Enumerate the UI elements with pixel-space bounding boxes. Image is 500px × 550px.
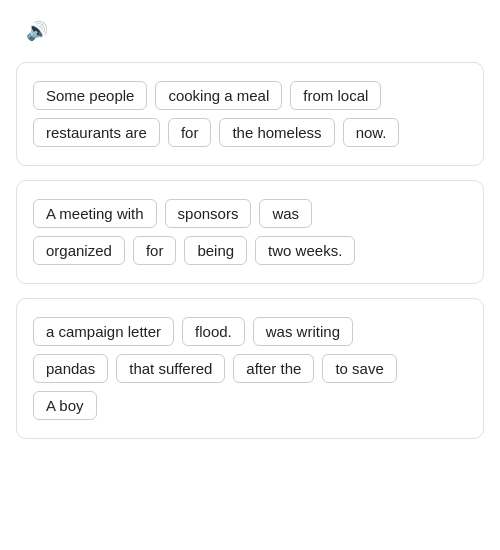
speaker-icon[interactable]: 🔊 — [26, 20, 48, 42]
exercise-block-1: Some peoplecooking a mealfrom localresta… — [16, 62, 484, 166]
word-row-1-1: Some peoplecooking a mealfrom local — [33, 81, 467, 110]
word-chip[interactable]: was — [259, 199, 312, 228]
word-row-2-1: A meeting withsponsorswas — [33, 199, 467, 228]
word-chip[interactable]: from local — [290, 81, 381, 110]
exercise-block-3: a campaign letterflood.was writingpandas… — [16, 298, 484, 439]
word-chip[interactable]: cooking a meal — [155, 81, 282, 110]
page-header: 🔊 — [16, 20, 484, 42]
word-chip[interactable]: A meeting with — [33, 199, 157, 228]
word-chip[interactable]: restaurants are — [33, 118, 160, 147]
word-chip[interactable]: after the — [233, 354, 314, 383]
word-chip[interactable]: that suffered — [116, 354, 225, 383]
word-row-3-1: a campaign letterflood.was writing — [33, 317, 467, 346]
word-chip[interactable]: organized — [33, 236, 125, 265]
word-chip[interactable]: flood. — [182, 317, 245, 346]
word-chip[interactable]: being — [184, 236, 247, 265]
word-chip[interactable]: pandas — [33, 354, 108, 383]
word-chip[interactable]: A boy — [33, 391, 97, 420]
word-chip[interactable]: was writing — [253, 317, 353, 346]
word-chip[interactable]: a campaign letter — [33, 317, 174, 346]
word-chip[interactable]: the homeless — [219, 118, 334, 147]
word-chip[interactable]: for — [168, 118, 212, 147]
word-chip[interactable]: for — [133, 236, 177, 265]
word-row-1-2: restaurants areforthe homelessnow. — [33, 118, 467, 147]
word-row-2-2: organizedforbeingtwo weeks. — [33, 236, 467, 265]
word-chip[interactable]: Some people — [33, 81, 147, 110]
word-chip[interactable]: two weeks. — [255, 236, 355, 265]
word-chip[interactable]: sponsors — [165, 199, 252, 228]
exercise-block-2: A meeting withsponsorswasorganizedforbei… — [16, 180, 484, 284]
exercise-container: Some peoplecooking a mealfrom localresta… — [16, 62, 484, 439]
word-row-3-3: A boy — [33, 391, 467, 420]
word-chip[interactable]: now. — [343, 118, 400, 147]
word-chip[interactable]: to save — [322, 354, 396, 383]
word-row-3-2: pandasthat sufferedafter theto save — [33, 354, 467, 383]
